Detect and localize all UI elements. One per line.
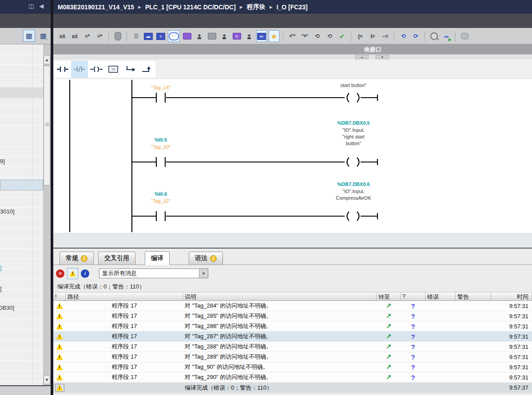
tree-item-partial-label[interactable]: ] (0, 285, 2, 292)
overview-grid-button[interactable]: ▦ (23, 30, 35, 42)
tree-item-partial-label[interactable]: 3010] (0, 208, 15, 215)
assignment-list-icon[interactable]: I≡ (367, 30, 378, 42)
call-hierarchy-icon[interactable]: ⌐≡ (380, 30, 390, 42)
collapse-sidebar-icon[interactable]: ◀ (39, 3, 44, 9)
operand-comment-dropdown[interactable]: ± (219, 30, 230, 42)
help-question-icon[interactable]: ? (411, 333, 415, 340)
message-row[interactable]: 程序段 17对 "Tag_286" 的访问地址不明确。↗?9:57:31 (53, 321, 532, 332)
compile-summary-row[interactable]: 编译完成（错误：0；警告：110）9:57:37 (53, 383, 532, 393)
tab-syntax[interactable]: 语法 i (189, 252, 223, 265)
column-header[interactable]: 警告 (456, 292, 491, 300)
open-branch-button[interactable] (122, 61, 139, 78)
coil-address[interactable]: %DB7.DBX0.5 (320, 120, 387, 126)
column-header[interactable]: ? (401, 292, 425, 300)
message-row[interactable]: 程序段 17对 "Tag_287" 的访问地址不明确。↗?9:57:31 (53, 332, 532, 342)
coil-name-line[interactable]: CompressAirOK (320, 195, 387, 201)
absolute-operand-icon[interactable] (182, 30, 192, 42)
coil-name-line[interactable]: button" (320, 140, 387, 147)
ladder-editor[interactable]: "Tag_14""start button"%I0.5"Tag_20"%DB7.… (53, 79, 532, 233)
coil-name-line[interactable]: "right start (320, 134, 387, 140)
scroll-thumb[interactable] (44, 66, 50, 186)
goto-next-error-icon[interactable]: ↷° (299, 30, 310, 42)
nc-contact-button[interactable] (71, 61, 88, 78)
scroll-up-button[interactable]: ▲ (44, 55, 50, 64)
tab-general[interactable]: 常规 i (60, 252, 94, 265)
tree-row-selected[interactable] (0, 180, 43, 190)
coil-address[interactable]: %DB7.DBX0.6 (320, 181, 387, 188)
goto-arrow-icon[interactable]: ↗ (386, 332, 392, 340)
help-question-icon[interactable]: ? (411, 363, 415, 371)
goto-arrow-icon[interactable]: ↗ (386, 302, 392, 309)
scroll-down-button[interactable]: ▼ (44, 375, 50, 384)
tree-item-partial-label[interactable]: 9] (0, 158, 5, 165)
contact-tag[interactable]: "Tag_20" (130, 144, 192, 150)
go-online-search-icon[interactable] (429, 30, 439, 42)
tab-compile[interactable]: 编译 (145, 251, 170, 265)
breadcrumb-item[interactable]: I_O [FC23] (277, 4, 308, 11)
breadcrumb-item[interactable]: PLC_1 [CPU 1214C DC/DC/DC] (145, 4, 236, 11)
no-contact-button[interactable] (54, 61, 71, 78)
expand-networks-icon[interactable]: ▬ (143, 30, 154, 42)
toggle-network-comments-icon[interactable]: ··· (168, 30, 180, 42)
help-question-icon[interactable]: ? (411, 323, 415, 330)
error-filter-icon[interactable]: ✕ (56, 269, 64, 278)
splitter-up-button[interactable]: ▲ (355, 55, 369, 59)
goto-arrow-icon[interactable]: ↗ (386, 322, 392, 330)
pane-icon[interactable]: ◫ (28, 3, 34, 9)
goto-arrow-icon[interactable]: ↗ (386, 373, 392, 381)
goto-arrow-icon[interactable]: ↗ (386, 343, 392, 350)
symbolic-operand-dropdown[interactable]: ± (244, 30, 254, 42)
message-row[interactable]: 程序段 17对 "Tag_285" 的访问地址不明确。↗?9:57:31 (53, 311, 532, 321)
monitoring-icon[interactable]: ∞▶ (441, 30, 452, 42)
coil-name-line[interactable]: "IO".Input. (320, 127, 387, 134)
coil-button[interactable] (88, 61, 105, 78)
column-header[interactable]: 路径 (66, 292, 183, 300)
close-branch-button[interactable] (139, 61, 155, 78)
help-question-icon[interactable]: ? (411, 343, 415, 351)
splitter-down-button[interactable]: ▼ (376, 55, 389, 59)
refresh-interface-icon[interactable]: ⟲ (324, 30, 335, 42)
breadcrumb-item[interactable]: M083E20190121_V14_V15 (58, 4, 134, 11)
column-header[interactable]: 错误 (425, 292, 456, 300)
network-overview-icon[interactable]: ☰ (131, 30, 141, 42)
consistency-check-icon[interactable]: ✔ (337, 30, 347, 42)
panel-divider[interactable] (51, 0, 53, 395)
know-how-protection-icon[interactable] (459, 30, 470, 42)
breadcrumb-item[interactable]: 程序块 (247, 3, 266, 11)
edit-favorites-icon[interactable]: ★ (269, 30, 279, 42)
message-row[interactable]: 程序段 17对 "Tag_290" 的访问地址不明确。↗?9:57:31 (53, 372, 532, 383)
tree-row-highlight[interactable] (0, 87, 43, 98)
coil-name-line[interactable]: start button" (320, 82, 387, 89)
tab-cross-references[interactable]: 交叉引用 (98, 252, 135, 265)
tree-item-partial-label[interactable]: DB30] (0, 304, 14, 311)
insert-row-after-icon[interactable]: ≡* (94, 30, 105, 42)
contact-address[interactable]: %I0.5 (130, 137, 192, 143)
column-header[interactable]: 说明 (183, 292, 377, 300)
absolute-operand-dropdown[interactable]: ± (194, 30, 205, 42)
symbolic-operand-icon[interactable]: ĸ (231, 30, 242, 42)
sync-forward-icon[interactable]: ⟳ (410, 30, 421, 42)
goto-previous-error-icon[interactable]: ↶° (287, 30, 298, 42)
column-header[interactable]: 转至 (377, 292, 401, 300)
goto-arrow-icon[interactable]: ↗ (386, 312, 392, 320)
contact-tag[interactable]: "Tag_32" (130, 198, 192, 205)
empty-box-button[interactable]: ?? (105, 61, 122, 78)
goto-arrow-icon[interactable]: ↗ (386, 353, 392, 360)
message-row[interactable]: 程序段 17对 "Tag_289" 的访问地址不明确。↗?9:57:31 (53, 352, 532, 362)
delete-network-icon[interactable]: ĸẍ (69, 30, 80, 42)
operand-comment-icon[interactable] (206, 30, 217, 42)
favorites-pane-icon[interactable]: ≔ (256, 30, 267, 42)
message-row[interactable]: 程序段 17对 "Tag_288" 的访问地址不明确。↗?9:57:31 (53, 342, 532, 352)
warning-filter-icon[interactable] (67, 268, 78, 279)
help-question-icon[interactable]: ? (411, 312, 415, 320)
free-form-comment-icon[interactable] (112, 30, 123, 42)
message-row[interactable]: 程序段 17对 "Tag_90" 的访问地址不明确。↗?9:57:31 (53, 362, 532, 372)
help-question-icon[interactable]: ? (411, 302, 415, 310)
info-filter-icon[interactable]: i (81, 269, 89, 278)
message-row[interactable]: 程序段 17对 "Tag_284" 的访问地址不明确。↗?9:57:31 (53, 301, 532, 311)
interface-splitter[interactable]: ▲ ▼ (53, 54, 532, 59)
contact-address[interactable]: %I0.6 (130, 191, 192, 198)
insert-row-before-icon[interactable]: ≡* (82, 30, 92, 42)
contact-tag[interactable]: "Tag_14" (130, 84, 192, 91)
column-header[interactable]: 时间 (491, 292, 532, 300)
